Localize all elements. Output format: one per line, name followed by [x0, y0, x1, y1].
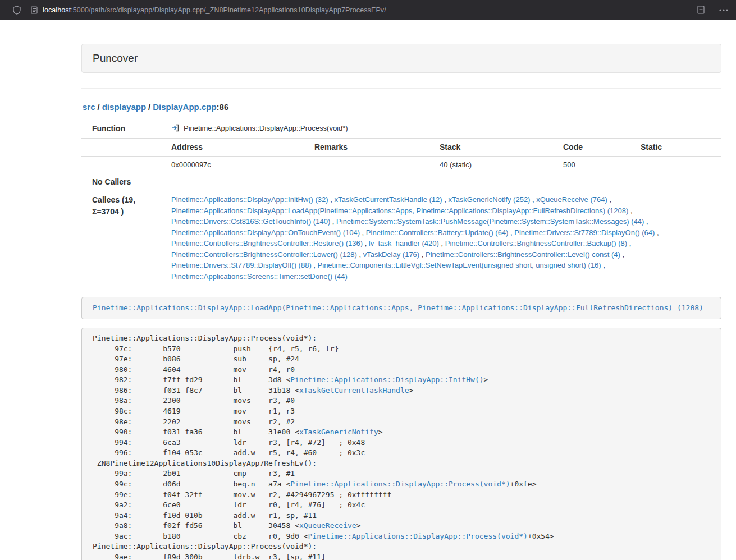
- url-host: localhost: [43, 6, 71, 14]
- callee-link[interactable]: Pinetime::Controllers::BrightnessControl…: [426, 250, 620, 259]
- column-header-static: Static: [636, 138, 721, 156]
- function-name-cell: Pinetime::Applications::DisplayApp::Proc…: [167, 120, 721, 139]
- callee-separator: ,: [419, 250, 426, 259]
- stack-value: 40 (static): [435, 156, 559, 173]
- empty-label-cell: [81, 156, 167, 173]
- callee-separator: ,: [442, 195, 449, 204]
- detail-row: 0x0000097c 40 (static) 500: [81, 156, 721, 173]
- disasm-symbol-link[interactable]: Pinetime::Applications::DisplayApp::Proc…: [308, 532, 528, 540]
- callee-link[interactable]: Pinetime::Drivers::St7789::DisplayOn() (…: [514, 228, 655, 237]
- callee-link[interactable]: Pinetime::Applications::DisplayApp::Init…: [171, 195, 328, 204]
- callee-link[interactable]: Pinetime::Applications::DisplayApp::OnTo…: [171, 228, 360, 237]
- callees-label: Callees (19, Σ=3704 ): [81, 191, 167, 285]
- callee-link[interactable]: Pinetime::Controllers::BrightnessControl…: [171, 239, 363, 247]
- column-header-stack: Stack: [435, 138, 559, 156]
- callee-separator: ,: [357, 250, 363, 259]
- selected-symbol-link[interactable]: Pinetime::Applications::DisplayApp::Load…: [93, 304, 703, 312]
- callee-separator: ,: [360, 228, 366, 237]
- breadcrumb-line-number: :86: [217, 102, 229, 112]
- callee-link[interactable]: Pinetime::Controllers::BrightnessControl…: [171, 250, 357, 259]
- symbol-table: Function Pinetime::Applications::Display…: [81, 120, 721, 284]
- code-value: 500: [559, 156, 636, 173]
- disassembly: Pinetime::Applications::DisplayApp::Proc…: [81, 328, 721, 560]
- callees-row: Callees (19, Σ=3704 ) Pinetime::Applicat…: [81, 191, 721, 285]
- callee-separator: ,: [628, 206, 632, 215]
- function-name: Pinetime::Applications::DisplayApp::Proc…: [184, 124, 348, 132]
- callee-separator: ,: [363, 239, 369, 247]
- toolbar-actions: [697, 6, 728, 14]
- no-callers-row: No Callers: [81, 173, 721, 191]
- breadcrumb-displayapp-link[interactable]: displayapp: [102, 102, 146, 112]
- callee-separator: ,: [607, 195, 611, 204]
- callee-separator: ,: [330, 217, 336, 226]
- callee-link[interactable]: xTaskGenericNotify (252): [449, 195, 531, 204]
- callee-separator: ,: [312, 261, 318, 269]
- callee-separator: ,: [655, 228, 659, 237]
- function-row: Function Pinetime::Applications::Display…: [81, 120, 721, 139]
- no-callers-cell: [167, 173, 721, 191]
- app-title: Puncover: [93, 52, 138, 64]
- column-header-remarks: Remarks: [310, 138, 435, 156]
- function-symbol-icon: [171, 124, 179, 135]
- divider: [81, 88, 721, 89]
- page-content: Puncover src/displayapp/DisplayApp.cpp:8…: [81, 44, 721, 560]
- callee-link[interactable]: Pinetime::Controllers::Battery::Update()…: [366, 228, 509, 237]
- breadcrumb-separator: /: [95, 102, 102, 112]
- disasm-symbol-link[interactable]: Pinetime::Applications::DisplayApp::Proc…: [290, 480, 510, 488]
- callee-link[interactable]: Pinetime::Applications::DisplayApp::Load…: [171, 206, 628, 215]
- callee-link[interactable]: Pinetime::System::SystemTask::PushMessag…: [336, 217, 644, 226]
- url-text: localhost:5000/path/src/displayapp/Displ…: [43, 6, 386, 14]
- callee-link[interactable]: Pinetime::Components::LittleVgl::SetNewT…: [318, 261, 601, 269]
- callee-separator: ,: [328, 195, 335, 204]
- url-bar[interactable]: localhost:5000/path/src/displayapp/Displ…: [31, 6, 686, 14]
- app-header-panel: Puncover: [81, 44, 721, 73]
- callee-link[interactable]: Pinetime::Drivers::St7789::DisplayOff() …: [171, 261, 312, 269]
- remarks-value: [310, 156, 435, 173]
- breadcrumb-file-link[interactable]: DisplayApp.cpp: [153, 102, 216, 112]
- url-path: :5000/path/src/displayapp/DisplayApp.cpp…: [71, 6, 386, 14]
- callee-link[interactable]: Pinetime::Drivers::Cst816S::GetTouchInfo…: [171, 217, 330, 226]
- column-header-address: Address: [167, 138, 310, 156]
- disasm-symbol-link[interactable]: Pinetime::Applications::DisplayApp::Init…: [290, 375, 483, 384]
- breadcrumb-separator: /: [146, 102, 153, 112]
- callees-list: Pinetime::Applications::DisplayApp::Init…: [171, 194, 717, 282]
- breadcrumb: src/displayapp/DisplayApp.cpp:86: [83, 102, 721, 112]
- callee-separator: ,: [620, 250, 624, 259]
- callee-link[interactable]: Pinetime::Controllers::BrightnessControl…: [445, 239, 627, 247]
- callee-separator: ,: [644, 217, 648, 226]
- detail-header-row: Address Remarks Stack Code Static: [81, 138, 721, 156]
- function-label: Function: [81, 120, 167, 139]
- callees-cell: Pinetime::Applications::DisplayApp::Init…: [167, 191, 721, 285]
- callee-link[interactable]: xQueueReceive (764): [536, 195, 607, 204]
- callee-link[interactable]: xTaskGetCurrentTaskHandle (12): [334, 195, 442, 204]
- selected-symbol-box: Pinetime::Applications::DisplayApp::Load…: [81, 297, 721, 319]
- address-value: 0x0000097c: [167, 156, 310, 173]
- callee-link[interactable]: Pinetime::Applications::Screens::Timer::…: [171, 272, 348, 281]
- reader-view-icon[interactable]: [697, 6, 705, 14]
- callee-link[interactable]: vTaskDelay (176): [363, 250, 419, 259]
- page-info-icon[interactable]: [31, 6, 38, 14]
- empty-label-cell: [81, 138, 167, 156]
- tracking-shield-icon[interactable]: [12, 6, 21, 15]
- disasm-symbol-link[interactable]: xTaskGetCurrentTaskHandle: [299, 386, 409, 394]
- callee-link[interactable]: lv_task_handler (420): [369, 239, 439, 247]
- callee-separator: ,: [439, 239, 445, 247]
- callee-separator: ,: [601, 261, 605, 269]
- disasm-symbol-link[interactable]: xTaskGenericNotify: [299, 428, 378, 436]
- callee-separator: ,: [530, 195, 536, 204]
- static-value: [636, 156, 721, 173]
- overflow-menu-icon[interactable]: [719, 9, 728, 11]
- browser-toolbar: localhost:5000/path/src/displayapp/Displ…: [0, 0, 736, 20]
- disasm-symbol-link[interactable]: xQueueReceive: [299, 521, 356, 530]
- column-header-code: Code: [559, 138, 636, 156]
- breadcrumb-src-link[interactable]: src: [83, 102, 95, 112]
- callee-separator: ,: [508, 228, 514, 237]
- no-callers-label: No Callers: [81, 173, 167, 191]
- callee-separator: ,: [627, 239, 631, 247]
